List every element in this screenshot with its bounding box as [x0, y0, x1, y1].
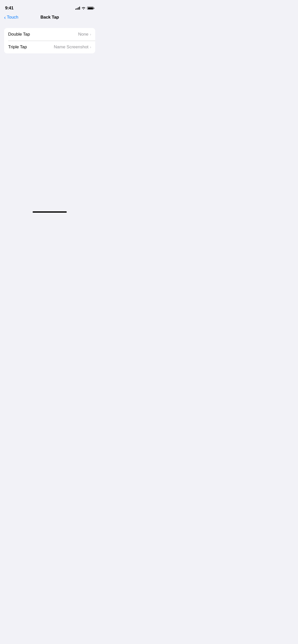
back-label: Touch: [7, 15, 18, 20]
home-indicator: [33, 211, 67, 213]
nav-header: ‹ Touch Back Tap: [0, 13, 99, 23]
signal-bar-2: [77, 8, 77, 10]
signal-icon: [75, 7, 80, 10]
page-title: Back Tap: [40, 15, 59, 20]
double-tap-value: None: [78, 32, 89, 37]
triple-tap-value: Name Screenshot: [54, 45, 88, 50]
settings-list: Double Tap None › Triple Tap Name Screen…: [4, 28, 95, 53]
status-bar: 9:41: [0, 0, 99, 13]
triple-tap-right: Name Screenshot ›: [54, 45, 91, 50]
triple-tap-row[interactable]: Triple Tap Name Screenshot ›: [4, 41, 95, 53]
signal-bar-1: [75, 9, 76, 10]
back-button[interactable]: ‹ Touch: [4, 15, 18, 20]
status-icons: [75, 7, 94, 10]
triple-tap-chevron-icon: ›: [90, 45, 91, 49]
battery-icon: [87, 7, 94, 10]
double-tap-label: Double Tap: [8, 32, 30, 37]
back-chevron-icon: ‹: [4, 15, 6, 20]
double-tap-right: None ›: [78, 32, 91, 37]
double-tap-chevron-icon: ›: [90, 32, 91, 36]
triple-tap-label: Triple Tap: [8, 45, 27, 50]
wifi-icon: [82, 7, 86, 10]
battery-tip: [94, 8, 94, 9]
status-time: 9:41: [5, 6, 13, 11]
battery-fill: [88, 7, 93, 9]
double-tap-row[interactable]: Double Tap None ›: [4, 28, 95, 41]
signal-bar-3: [78, 7, 79, 10]
battery-body: [87, 7, 93, 10]
signal-bar-4: [79, 7, 80, 10]
